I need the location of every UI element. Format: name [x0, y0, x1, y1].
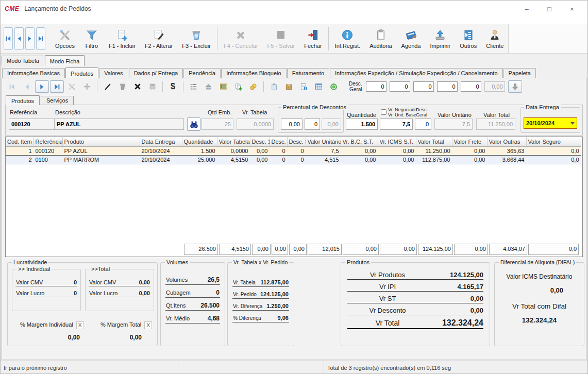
toolbar-spacer — [508, 24, 587, 53]
item-send-up-button[interactable] — [201, 80, 215, 93]
first-record-button[interactable] — [4, 27, 13, 50]
data-entrega-label: Data Entrega — [524, 104, 561, 110]
item-document-info-button[interactable] — [297, 80, 311, 93]
cliente-button[interactable]: Cliente — [481, 27, 508, 50]
item-trash-button[interactable] — [115, 80, 129, 93]
person-icon — [488, 29, 501, 41]
col-header[interactable]: Produto — [62, 137, 140, 146]
col-header[interactable]: Desc. 3 — [287, 137, 306, 146]
col-header[interactable]: Valor Frete — [452, 137, 487, 146]
item-package-button[interactable] — [282, 80, 296, 93]
col-header[interactable]: Desc. 2 — [270, 137, 287, 146]
tab-informacoes-basicas[interactable]: Informações Basicas — [2, 68, 65, 78]
item-money-button[interactable] — [327, 80, 341, 93]
tab-informacoes-expedicao[interactable]: Informações Expedição / Simulação Expedi… — [330, 68, 503, 78]
tab-modo-ficha[interactable]: Modo Ficha — [45, 55, 85, 66]
previous-record-button[interactable] — [14, 27, 24, 50]
vr-negociado-checkbox[interactable] — [381, 109, 387, 115]
item-next-button[interactable] — [35, 80, 49, 93]
col-header[interactable]: Desc. 1 — [250, 137, 270, 146]
window-title: Lançamento de Pedidos — [24, 5, 515, 12]
col-header[interactable]: Valor Seguro — [526, 137, 581, 146]
item-table-button[interactable] — [312, 80, 326, 93]
percentual-descontos-label: Percentual de Descontos — [281, 104, 348, 110]
item-delete-button[interactable] — [130, 80, 144, 93]
tab-pendencia[interactable]: Pendência — [183, 68, 221, 78]
imprimir-button[interactable]: Imprimir — [426, 27, 456, 50]
referencia-field[interactable] — [9, 118, 55, 130]
tab-item-servicos[interactable]: Serviços — [41, 96, 74, 105]
maximize-icon[interactable]: □ — [538, 5, 561, 13]
col-header[interactable]: Cod. Item — [6, 137, 33, 146]
next-record-icon — [27, 36, 33, 42]
item-clipboard-button[interactable] — [267, 80, 281, 93]
filtro-button[interactable]: Filtro — [79, 27, 104, 50]
vr-desconto-label: Vr Desconto — [347, 307, 428, 314]
col-header[interactable]: Referência — [33, 137, 62, 146]
desconto1-field[interactable] — [281, 118, 303, 130]
data-entrega-combo[interactable]: 20/10/2024 — [524, 117, 577, 129]
col-header[interactable]: Data Entrega — [140, 137, 182, 146]
item-coins-button[interactable] — [246, 80, 260, 93]
tab-modo-tabela[interactable]: Modo Tabela — [2, 56, 44, 65]
minimize-icon[interactable]: – — [515, 5, 538, 13]
binoculars-icon — [190, 121, 198, 128]
item-price-button[interactable]: $ — [166, 80, 180, 93]
vr-tabela-sum-value: 112.875,00 — [261, 279, 289, 285]
f5-salvar-button: F5 - Salvar — [263, 27, 300, 50]
col-header[interactable]: Vr. ICMS S.T. — [378, 137, 416, 146]
f3-excluir-button[interactable]: F3 - Excluir — [177, 27, 215, 50]
close-icon[interactable]: × — [561, 5, 583, 13]
margem-total-clear-button[interactable]: X — [144, 321, 152, 329]
toolbar-separator — [328, 27, 329, 50]
item-edit-button[interactable] — [100, 80, 114, 93]
tab-item-produtos[interactable]: Produtos — [6, 95, 40, 105]
quantidade-label: Quantidade — [347, 112, 376, 118]
desc-geral-input-3[interactable] — [413, 81, 434, 92]
item-numbered-list-button[interactable] — [187, 80, 200, 93]
desc-geral-input-2[interactable] — [390, 81, 410, 92]
tab-dados-entrega[interactable]: Dados p/ Entrega — [129, 68, 183, 78]
quantidade-field[interactable] — [346, 118, 378, 130]
outros-button[interactable]: Outros — [455, 27, 481, 50]
margem-individual-clear-button[interactable]: X — [76, 321, 84, 329]
desc-geral-input-1[interactable] — [366, 81, 387, 92]
status-record-count: Total de 3 registro(s) encontrado(s) em … — [324, 361, 587, 374]
f2-alterar-button[interactable]: F2 - Alterar — [140, 27, 177, 50]
numbered-list-icon — [190, 83, 197, 91]
col-header[interactable]: Quantidade — [182, 137, 217, 146]
tab-informacoes-bloqueio[interactable]: Informações Bloqueio — [221, 68, 286, 78]
item-last-button[interactable] — [50, 80, 64, 93]
col-header[interactable]: Valor Tabela — [217, 137, 250, 146]
col-header[interactable]: Valor Outras — [487, 137, 526, 146]
agenda-button[interactable]: Agenda — [397, 27, 426, 50]
grid-row-1[interactable]: 1 000120 PP AZUL 20/10/2024 1.500 0,0000… — [6, 146, 581, 155]
col-header[interactable]: Vr. B.C. S.T. — [341, 137, 378, 146]
inf-regist-button[interactable]: Inf.Regist. — [330, 27, 365, 50]
col-header[interactable]: Valor Unitário — [306, 137, 341, 146]
last-record-button[interactable] — [36, 27, 45, 50]
desc-geral-form-field[interactable] — [415, 118, 431, 130]
vr-negociado-field[interactable] — [380, 118, 413, 130]
next-record-button[interactable] — [25, 27, 35, 50]
grid-row-2[interactable]: 2 0100 PP MARROM 20/10/2024 25.000 4,515… — [6, 155, 581, 164]
opcoes-button[interactable]: Opcoes — [51, 27, 79, 50]
lucratividade-total-group: >>Total Valor CMV 0,00 Valor Lucro 0,00 — [85, 269, 154, 311]
search-button[interactable] — [187, 117, 200, 131]
apply-desc-button[interactable] — [508, 80, 522, 93]
tab-faturamento[interactable]: Faturamento — [287, 68, 329, 78]
desc-geral-input-4[interactable] — [437, 81, 458, 92]
auditoria-button[interactable]: Auditoria — [365, 27, 396, 50]
cancel-x-icon — [234, 29, 247, 41]
tab-valores[interactable]: Valores — [99, 68, 128, 78]
fechar-button[interactable]: Fechar — [299, 27, 326, 50]
tab-papeleta[interactable]: Papeleta — [503, 68, 536, 78]
f1-incluir-button[interactable]: F1 - Incluir — [104, 27, 140, 50]
item-photo-button[interactable] — [216, 80, 230, 93]
col-header[interactable]: Valor Total — [416, 137, 452, 146]
desc-geral-input-5[interactable] — [461, 81, 481, 92]
descricao-field[interactable] — [54, 118, 184, 130]
item-copy-add-button[interactable] — [231, 80, 245, 93]
tab-produtos[interactable]: Produtos — [65, 67, 98, 78]
desconto2-field[interactable] — [305, 118, 320, 130]
